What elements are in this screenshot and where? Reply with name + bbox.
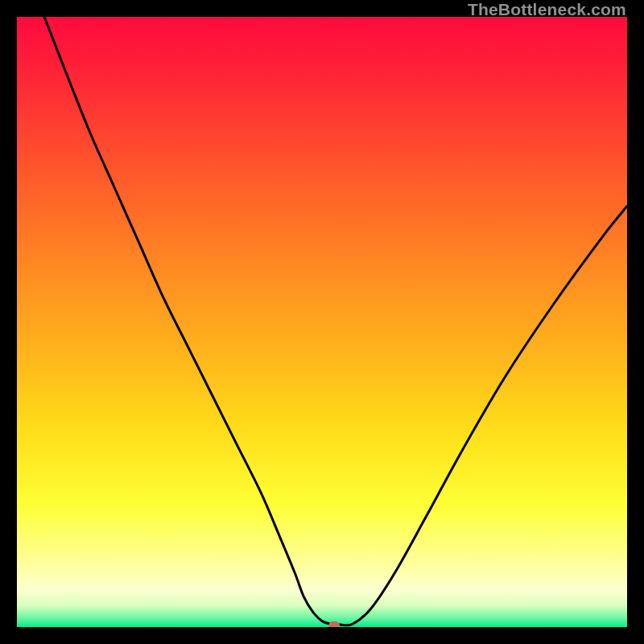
heat-gradient-background	[17, 17, 627, 627]
chart-svg	[17, 17, 627, 627]
chart-frame: TheBottleneck.com	[0, 0, 644, 644]
bottleneck-chart	[17, 17, 627, 627]
